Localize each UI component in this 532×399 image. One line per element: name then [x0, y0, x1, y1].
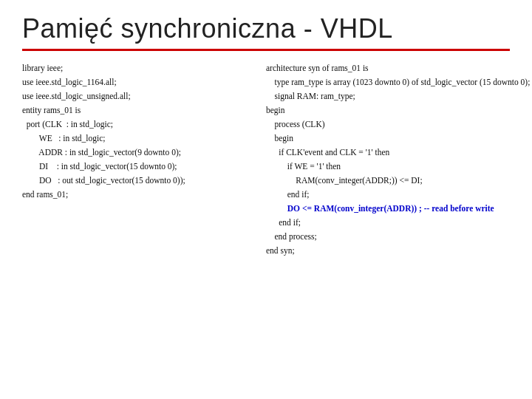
code-line: end process;: [266, 230, 530, 244]
code-line: DO : out std_logic_vector(15 downto 0));: [22, 174, 251, 188]
right-column: architecture syn of rams_01 is type ram_…: [251, 61, 530, 258]
code-line: DI : in std_logic_vector(15 downto 0);: [22, 160, 251, 174]
code-line: end rams_01;: [22, 188, 251, 202]
code-line: library ieee;: [22, 61, 251, 75]
page-title: Pamięć synchroniczna - VHDL: [22, 13, 510, 44]
code-line: begin: [266, 132, 530, 146]
code-line: RAM(conv_integer(ADDR;)) <= DI;: [266, 174, 530, 188]
code-line: begin: [266, 103, 530, 117]
code-line: end if;: [266, 188, 530, 202]
title-underline: [22, 49, 510, 51]
code-line: end if;: [266, 216, 530, 230]
content-area: library ieee;use ieee.std_logic_1164.all…: [22, 61, 510, 258]
code-line: process (CLK): [266, 117, 530, 132]
code-line: ADDR : in std_logic_vector(9 downto 0);: [22, 146, 251, 160]
code-line: WE : in std_logic;: [22, 132, 251, 146]
code-line: use ieee.std_logic_unsigned.all;: [22, 89, 251, 103]
page: Pamięć synchroniczna - VHDL library ieee…: [0, 0, 532, 399]
code-line: signal RAM: ram_type;: [266, 89, 530, 103]
code-line: end syn;: [266, 244, 530, 258]
code-line: use ieee.std_logic_1164.all;: [22, 75, 251, 89]
code-line: if CLK'event and CLK = '1' then: [266, 146, 530, 160]
code-line: DO <= RAM(conv_integer(ADDR)) ; -- read …: [266, 202, 530, 216]
code-line: architecture syn of rams_01 is: [266, 61, 530, 75]
code-line: type ram_type is array (1023 downto 0) o…: [266, 75, 530, 89]
code-line: entity rams_01 is: [22, 103, 251, 117]
code-line: port (CLK : in std_logic;: [22, 117, 251, 132]
left-column: library ieee;use ieee.std_logic_1164.all…: [22, 61, 251, 258]
code-line: if WE = '1' then: [266, 160, 530, 174]
